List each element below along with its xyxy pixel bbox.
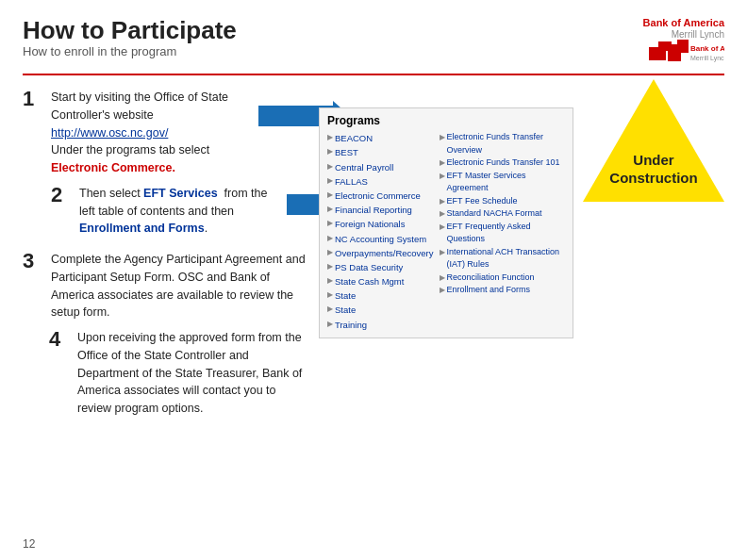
logo-ml: Merrill Lynch (672, 29, 724, 40)
list-item: ▶ Electronic Funds Transfer 101 (440, 156, 565, 170)
programs-title: Programs (327, 114, 565, 127)
step-1-number: 1 (23, 89, 43, 109)
right-column: Under Construction Programs ▶ BEACON ▶ B… (319, 89, 724, 418)
under-construction-text: Under Construction (609, 151, 697, 188)
list-item: ▶ Overpayments/Recovery (327, 246, 434, 260)
header-title-block: How to Participate How to enroll in the … (23, 17, 237, 58)
list-item: ▶ State Cash Mgmt (327, 274, 434, 288)
step-1-link[interactable]: http://www.osc.nc.gov/ (51, 126, 168, 140)
step-2-enroll: Enrollment and Forms (79, 222, 205, 235)
list-item: ▶ Electronic Funds Transfer Overview (440, 131, 565, 156)
step-1: 1 Start by visiting the Office of State … (23, 89, 249, 177)
list-item: ▶ NC Accounting System (327, 232, 434, 246)
main-content: 1 Start by visiting the Office of State … (23, 89, 724, 418)
step-2-eft: EFT Services (143, 187, 218, 200)
step-4-content: Upon receiving the approved form from th… (77, 329, 309, 418)
list-item: ▶ BEST (327, 145, 434, 159)
page-header: How to Participate How to enroll in the … (23, 17, 724, 75)
page: How to Participate How to enroll in the … (0, 0, 747, 560)
list-item: ▶ Enrollment and Forms (440, 284, 565, 297)
list-item: ▶ International ACH Transaction (IAT) Ru… (440, 246, 565, 272)
logo-bank-name: Bank of America (643, 17, 724, 29)
list-item: ▶ Central Payroll (327, 160, 434, 174)
svg-text:Merrill Lynch: Merrill Lynch (690, 55, 724, 62)
list-item: ▶ State (327, 288, 434, 303)
under-construction-badge: Under Construction (583, 79, 724, 202)
page-subtitle: How to enroll in the program (23, 44, 237, 58)
step-2-number: 2 (51, 185, 72, 206)
step-2: 2 Then select EFT Services from the left… (51, 185, 277, 238)
list-item: ▶ Electronic Commerce (327, 189, 434, 203)
list-item: ▶ Standard NACHA Format (440, 207, 565, 221)
step-3-content: Complete the Agency Participant Agreemen… (51, 251, 309, 321)
list-item: ▶ Financial Reporting (327, 203, 434, 217)
page-title: How to Participate (23, 17, 237, 44)
list-item: ▶ State (327, 303, 434, 317)
bofa-logo-icon: Bank of America Merrill Lynch (649, 40, 724, 68)
svg-text:Bank of America: Bank of America (690, 44, 724, 53)
list-item: ▶ EFT Master Services Agreement (440, 170, 565, 195)
programs-list: ▶ BEACON ▶ BEST ▶ Central Payroll ▶ FALL… (327, 131, 565, 332)
list-item: ▶ EFT Fee Schedule (440, 195, 565, 208)
step-1-highlight: Electronic Commerce. (51, 161, 175, 174)
list-item: ▶ EFT Frequently Asked Questions (440, 221, 565, 246)
programs-left-list: ▶ BEACON ▶ BEST ▶ Central Payroll ▶ FALL… (327, 131, 434, 332)
svg-rect-3 (677, 40, 689, 53)
programs-right-list: ▶ Electronic Funds Transfer Overview ▶ E… (440, 131, 565, 332)
list-item: ▶ PS Data Security (327, 260, 434, 274)
list-item: ▶ FALLAS (327, 174, 434, 189)
steps-lower: 3 Complete the Agency Participant Agreem… (23, 245, 309, 418)
list-item: ▶ Training (327, 318, 434, 332)
step-3-number: 3 (23, 251, 43, 272)
programs-panel: Programs ▶ BEACON ▶ BEST ▶ Central Payro… (319, 107, 573, 338)
logo-area: Bank of America Merrill Lynch Bank of Am… (611, 17, 724, 68)
step-3: 3 Complete the Agency Participant Agreem… (23, 251, 309, 321)
list-item: ▶ Foreign Nationals (327, 217, 434, 231)
step-1-content: Start by visiting the Office of State Co… (51, 89, 249, 177)
step-4: 4 Upon receiving the approved form from … (23, 329, 309, 418)
page-number: 12 (23, 537, 35, 551)
list-item: ▶ BEACON (327, 131, 434, 145)
step-4-number: 4 (49, 329, 70, 350)
list-item: ▶ Reconciliation Function (440, 272, 565, 285)
step-2-content: Then select EFT Services from the left t… (79, 185, 277, 238)
